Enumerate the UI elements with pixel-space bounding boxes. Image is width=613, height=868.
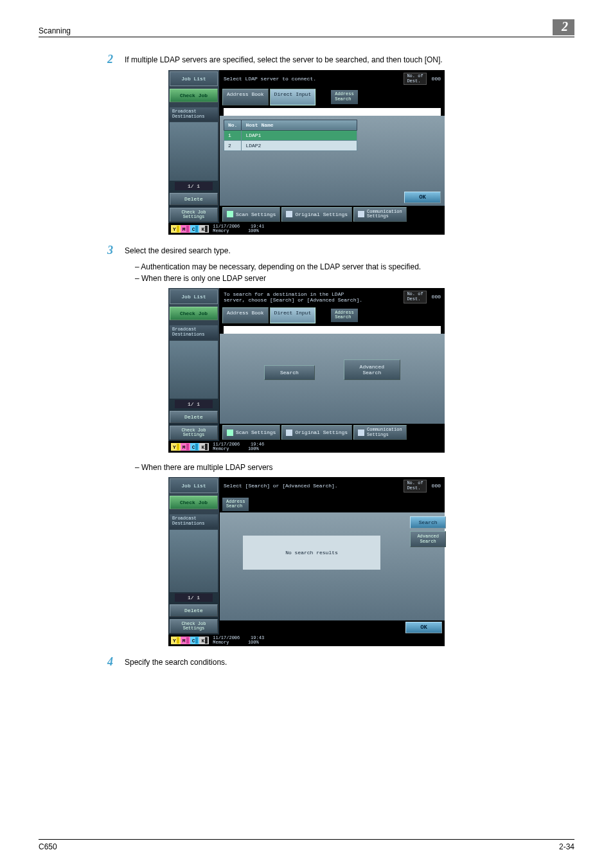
step-text: Specify the search conditions. [125, 655, 227, 669]
tab-address-search[interactable]: Address Search [222, 498, 249, 511]
scan-settings-tab[interactable]: Scan Settings [222, 425, 280, 440]
ok-button[interactable]: OK [405, 622, 442, 633]
comm-icon [358, 429, 364, 436]
check-job-settings-button[interactable]: Check Job Settings [170, 208, 218, 222]
screenshot-multi-ldap: Job List Check Job Broadcast Destination… [168, 477, 445, 646]
page-footer: C650 2-34 [39, 839, 574, 851]
tab-address-search[interactable]: Address Search [331, 309, 357, 322]
delete-button[interactable]: Delete [170, 193, 218, 205]
status-datetime: 11/17/2006 19:46 Memory 100% [213, 442, 264, 451]
dest-count-value: 000 [432, 294, 441, 300]
tab-direct-input[interactable]: Direct Input [270, 89, 316, 105]
tab-address-search[interactable]: Address Search [331, 90, 357, 104]
check-job-button[interactable]: Check Job [170, 496, 218, 509]
step-2: 2 If multiple LDAP servers are specified… [103, 53, 574, 66]
status-datetime: 11/17/2006 19:43 Memory 100% [213, 636, 264, 645]
tab-address-book[interactable]: Address Book [222, 307, 269, 323]
step-3: 3 Select the desired search type. [103, 244, 574, 257]
tab-job-list[interactable]: Job List [170, 71, 218, 86]
tab-address-book[interactable]: Address Book [222, 89, 269, 105]
chapter-number: 2 [553, 19, 574, 35]
broadcast-label: Broadcast Destinations [170, 514, 218, 528]
step-number: 4 [103, 655, 113, 669]
broadcast-label: Broadcast Destinations [170, 325, 218, 339]
dest-count-label: No. of Dest. [404, 480, 426, 492]
toner-levels: Y M C K [171, 224, 209, 233]
substep: When there is only one LDAP server [135, 273, 574, 284]
tab-job-list[interactable]: Job List [170, 478, 218, 493]
check-job-button[interactable]: Check Job [170, 307, 218, 320]
check-job-button[interactable]: Check Job [170, 89, 218, 102]
dest-count-label: No. of Dest. [404, 291, 426, 303]
step-4: 4 Specify the search conditions. [103, 655, 574, 669]
broadcast-label: Broadcast Destinations [170, 107, 218, 121]
footer-model: C650 [39, 842, 57, 851]
search-input-bar[interactable] [224, 108, 441, 116]
dest-count-value: 000 [432, 76, 441, 82]
pager: 1/ 1 [175, 593, 213, 602]
advanced-search-button[interactable]: Advanced Search [410, 531, 446, 547]
message-text: Select LDAP server to connect. [224, 76, 316, 82]
dest-count-value: 000 [432, 483, 441, 489]
substep: Authentication may be necessary, dependi… [135, 261, 574, 273]
step-number: 2 [103, 53, 113, 66]
pager: 1/ 1 [175, 182, 213, 190]
original-icon [286, 211, 292, 217]
page-header: Scanning 2 [39, 19, 574, 37]
ldap-server-table: No.Host Name 1LDAP1 2LDAP2 [224, 120, 357, 151]
step-text: Select the desired search type. [125, 244, 231, 257]
screenshot-ldap-select: Job List Check Job Broadcast Destination… [168, 70, 445, 235]
scan-settings-tab[interactable]: Scan Settings [222, 207, 280, 222]
check-job-settings-button[interactable]: Check Job Settings [170, 426, 218, 440]
message-text: Select [Search] or [Advanced Search]. [224, 483, 338, 489]
substep: When there are multiple LDAP servers [135, 462, 574, 473]
tab-job-list[interactable]: Job List [170, 289, 218, 304]
th-no: No. [224, 120, 242, 130]
toner-levels: Y M C K [171, 636, 209, 645]
ok-button[interactable]: OK [404, 192, 441, 203]
table-row[interactable]: 1LDAP1 [224, 130, 357, 140]
toner-levels: Y M C K [171, 442, 209, 451]
section-title: Scanning [39, 26, 71, 35]
no-results-label: No search results [243, 536, 380, 570]
tab-direct-input[interactable]: Direct Input [270, 307, 316, 323]
screenshot-single-ldap: Job List Check Job Broadcast Destination… [168, 288, 445, 453]
search-button[interactable]: Search [264, 365, 315, 380]
comm-settings-tab[interactable]: Communication Settings [353, 207, 407, 222]
scan-icon [227, 429, 233, 436]
status-datetime: 11/17/2006 19:41 Memory 100% [213, 224, 264, 233]
step-number: 3 [103, 244, 113, 257]
original-icon [286, 429, 292, 436]
delete-button[interactable]: Delete [170, 604, 218, 617]
advanced-search-button[interactable]: Advanced Search [344, 359, 400, 380]
pager: 1/ 1 [175, 400, 213, 408]
comm-settings-tab[interactable]: Communication Settings [353, 425, 407, 440]
comm-icon [358, 211, 364, 217]
scan-icon [227, 211, 233, 217]
message-text: To search for a destination in the LDAP … [224, 291, 362, 303]
table-row[interactable]: 2LDAP2 [224, 140, 357, 150]
delete-button[interactable]: Delete [170, 411, 218, 423]
search-button[interactable]: Search [410, 516, 446, 529]
search-input-bar[interactable] [224, 326, 441, 334]
check-job-settings-button[interactable]: Check Job Settings [170, 619, 218, 633]
original-settings-tab[interactable]: Original Settings [281, 207, 352, 222]
footer-page: 2-34 [559, 842, 574, 851]
original-settings-tab[interactable]: Original Settings [281, 425, 352, 440]
th-host: Host Name [242, 120, 357, 130]
step-text: If multiple LDAP servers are specified, … [125, 53, 443, 66]
dest-count-label: No. of Dest. [404, 73, 426, 85]
